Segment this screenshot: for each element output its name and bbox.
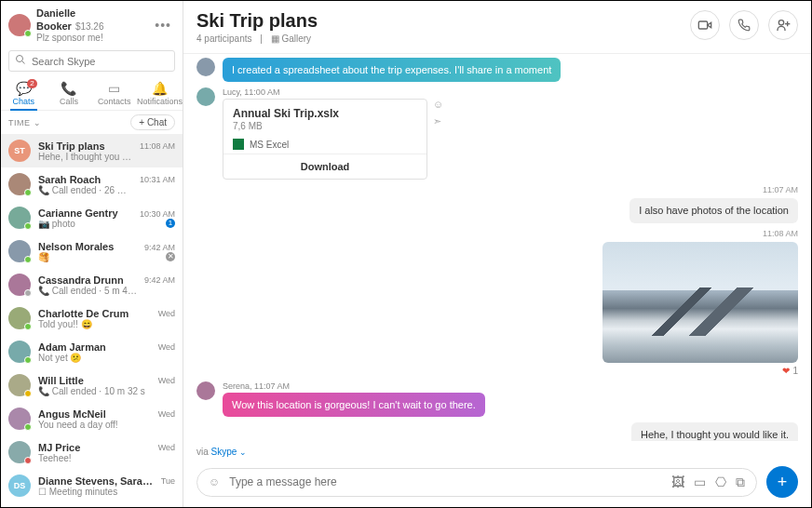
message: I also have photos of the location	[196, 198, 798, 222]
gallery-link[interactable]: ▦ Gallery	[271, 33, 311, 44]
avatar	[196, 381, 215, 400]
compose-box[interactable]: ☺ 🖼 ▭ ⎔ ⧉	[196, 468, 757, 497]
list-item[interactable]: Charlotte De CrumTold you!! 😄Wed	[1, 301, 183, 335]
avatar: DS	[8, 475, 31, 497]
card-icon[interactable]: ▭	[694, 475, 706, 490]
main: Ski Trip plans 4 participants | ▦ Galler…	[183, 1, 811, 507]
message: Serena, 11:07 AM Wow this location is go…	[196, 381, 798, 417]
avatar	[8, 173, 31, 195]
via-link[interactable]: Skype	[211, 447, 247, 457]
list-item[interactable]: Suki Beach📞 Call ended · 27 m 29 sTue	[1, 502, 183, 507]
mute-badge: ✕	[166, 252, 175, 261]
unread-badge: 1	[166, 219, 175, 228]
photo-attachment[interactable]	[602, 242, 798, 363]
message: Lucy, 11:00 AM Annual Ski Trip.xslx 7,6 …	[196, 87, 798, 180]
avatar: ST	[8, 140, 31, 162]
list-item[interactable]: STSki Trip plansHehe, I thought you woul…	[1, 134, 183, 167]
message-bubble: I also have photos of the location	[629, 198, 798, 222]
audio-call-button[interactable]	[729, 10, 759, 40]
message: Hehe, I thought you would like it.	[196, 422, 798, 441]
reaction[interactable]: ❤1	[782, 366, 798, 376]
profile-status: Plz sponsor me!	[36, 33, 145, 43]
list-item[interactable]: Sarah Roach📞 Call ended · 26 m 23 s10:31…	[1, 167, 183, 201]
avatar	[8, 307, 31, 329]
via-row: via Skype	[183, 441, 811, 457]
file-size: 7,6 MB	[233, 121, 417, 131]
search-input[interactable]	[32, 56, 169, 67]
list-item[interactable]: Carianne Gentry📷 photo10:30 AM1	[1, 201, 183, 234]
svg-point-0	[17, 56, 23, 62]
message: ❤1	[196, 242, 798, 376]
svg-point-4	[778, 20, 783, 25]
avatar	[8, 408, 31, 430]
video-msg-icon[interactable]: ⧉	[736, 475, 745, 490]
avatar	[196, 87, 215, 106]
list-item[interactable]: Adam JarmanNot yet 😕Wed	[1, 335, 183, 368]
profile-credit: $13.26	[75, 21, 104, 32]
chat-header: Ski Trip plans 4 participants | ▦ Galler…	[183, 1, 811, 54]
message-list: I created a spreadsheet about the trip e…	[183, 54, 811, 441]
conversation-list: STSki Trip plansHehe, I thought you woul…	[1, 134, 183, 507]
message-input[interactable]	[229, 475, 662, 488]
profile-row[interactable]: Danielle Booker$13.26 Plz sponsor me! ••…	[1, 1, 183, 48]
timestamp: 11:08 AM	[196, 229, 798, 238]
emoji-react-icon[interactable]: ☺	[433, 99, 443, 110]
list-item[interactable]: Nelson Morales🥞9:42 AM✕	[1, 234, 183, 268]
timestamp: 11:07 AM	[196, 185, 798, 194]
message-bubble: Hehe, I thought you would like it.	[631, 422, 798, 441]
list-item[interactable]: Cassandra Drunn📞 Call ended · 5 m 47 s9:…	[1, 268, 183, 301]
avatar	[8, 240, 31, 262]
file-name: Annual Ski Trip.xslx	[233, 107, 417, 120]
video-call-button[interactable]	[690, 10, 720, 40]
search-icon	[15, 54, 26, 68]
plus-button[interactable]: +	[766, 466, 798, 498]
tab-calls[interactable]: 📞Calls	[47, 75, 92, 110]
avatar	[8, 341, 31, 363]
section-label[interactable]: TIME	[8, 118, 41, 127]
svg-rect-2	[698, 21, 707, 29]
list-item[interactable]: DSDianne Stevens, Sarah Roach☐ Meeting m…	[1, 469, 183, 502]
list-item[interactable]: Angus McNeilYou need a day off!Wed	[1, 402, 183, 435]
contacts-icon: ▭	[91, 81, 137, 96]
tab-contacts[interactable]: ▭Contacts	[91, 75, 137, 110]
avatar	[8, 14, 31, 36]
avatar	[196, 58, 215, 76]
search-box[interactable]	[8, 50, 175, 72]
heart-icon: ❤	[782, 366, 790, 376]
image-icon[interactable]: 🖼	[671, 475, 684, 490]
profile-name: Danielle Booker	[36, 7, 75, 32]
tab-notifications[interactable]: 🔔Notifications	[137, 75, 183, 110]
excel-icon	[233, 139, 244, 150]
new-chat-button[interactable]: Chat	[130, 114, 175, 130]
list-item[interactable]: MJ PriceTeehee!Wed	[1, 435, 183, 469]
file-attachment[interactable]: Annual Ski Trip.xslx 7,6 MB MS Excel Dow…	[223, 99, 427, 180]
emoji-icon[interactable]: ☺	[209, 475, 220, 488]
download-button[interactable]: Download	[223, 154, 426, 179]
avatar	[8, 207, 31, 229]
tab-chats[interactable]: 💬2 Chats	[1, 75, 47, 110]
chat-icon: 💬2	[1, 81, 47, 96]
phone-icon: 📞	[47, 81, 92, 96]
forward-icon[interactable]: ➣	[433, 115, 443, 127]
nav-tabs: 💬2 Chats 📞Calls ▭Contacts 🔔Notifications	[1, 75, 183, 111]
message: I created a spreadsheet about the trip e…	[196, 58, 798, 82]
chats-badge: 2	[27, 79, 36, 88]
message-bubble: Wow this location is gorgeous! I can't w…	[223, 393, 485, 417]
avatar	[8, 274, 31, 296]
more-icon[interactable]: •••	[151, 14, 175, 36]
avatar	[8, 374, 31, 396]
participants-count[interactable]: 4 participants	[196, 33, 251, 44]
message-bubble: I created a spreadsheet about the trip e…	[223, 58, 561, 82]
composer: ☺ 🖼 ▭ ⎔ ⧉ +	[183, 457, 811, 507]
list-item[interactable]: Will Little📞 Call ended · 10 m 32 sWed	[1, 368, 183, 402]
sidebar: Danielle Booker$13.26 Plz sponsor me! ••…	[1, 1, 183, 507]
location-icon[interactable]: ⎔	[715, 475, 726, 490]
chat-title: Ski Trip plans	[196, 10, 690, 32]
add-participant-button[interactable]	[768, 10, 798, 40]
avatar	[8, 441, 31, 463]
bell-icon: 🔔	[137, 81, 183, 96]
svg-line-1	[22, 61, 25, 64]
